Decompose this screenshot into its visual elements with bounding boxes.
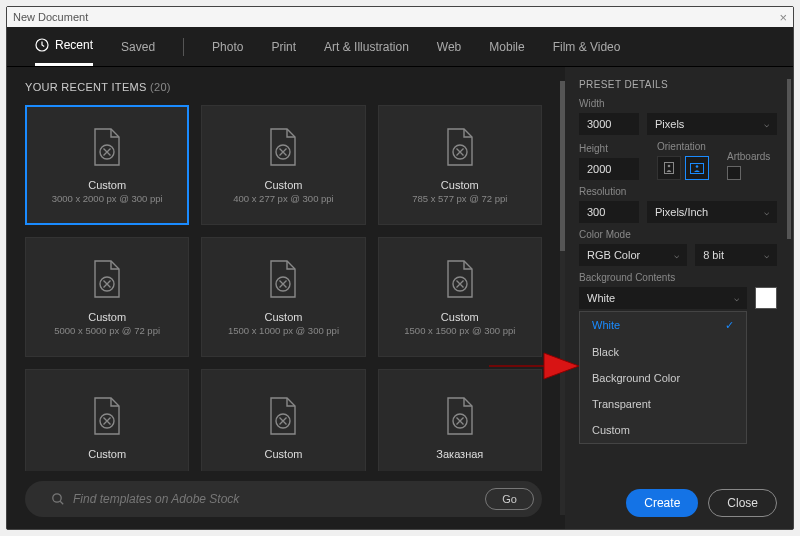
colormode-select[interactable]: RGB Color⌵ (579, 244, 687, 266)
preset-grid: Custom3000 x 2000 px @ 300 ppiCustom400 … (25, 105, 542, 471)
preset-detail: 5000 x 5000 px @ 72 ppi (54, 325, 160, 336)
bg-option-black[interactable]: Black (580, 339, 746, 365)
create-button[interactable]: Create (626, 489, 698, 517)
tab-label: Film & Video (553, 40, 621, 54)
tab-art[interactable]: Art & Illustration (324, 27, 409, 66)
preset-card[interactable]: Custom785 x 577 px @ 72 ppi (378, 105, 542, 225)
file-x-icon (266, 259, 300, 303)
bg-option-white[interactable]: White✓ (580, 312, 746, 339)
preset-detail: 1500 x 1000 px @ 300 ppi (228, 325, 339, 336)
check-icon: ✓ (725, 319, 734, 332)
file-x-icon (443, 396, 477, 440)
tab-mobile[interactable]: Mobile (489, 27, 524, 66)
preset-card[interactable]: Custom3000 x 2000 px @ 300 ppi (25, 105, 189, 225)
file-x-icon (90, 127, 124, 171)
file-x-icon (90, 396, 124, 440)
tab-label: Saved (121, 40, 155, 54)
tab-label: Mobile (489, 40, 524, 54)
preset-name: Custom (265, 311, 303, 323)
preset-name: Custom (88, 179, 126, 191)
preset-name: Custom (88, 311, 126, 323)
close-icon[interactable]: × (779, 10, 787, 25)
bg-select[interactable]: White⌵ (579, 287, 747, 309)
artboards-checkbox[interactable] (727, 166, 741, 180)
height-input[interactable] (579, 158, 639, 180)
file-x-icon (443, 259, 477, 303)
preset-name: Custom (441, 311, 479, 323)
tab-label: Photo (212, 40, 243, 54)
resolution-unit-select[interactable]: Pixels/Inch⌵ (647, 201, 777, 223)
preset-card[interactable]: Custom5000 x 5000 px @ 72 ppi (25, 237, 189, 357)
stock-search[interactable]: Find templates on Adobe Stock Go (25, 481, 542, 517)
chevron-down-icon: ⌵ (764, 250, 769, 260)
tab-label: Recent (55, 38, 93, 52)
close-button[interactable]: Close (708, 489, 777, 517)
bg-option-transparent[interactable]: Transparent (580, 391, 746, 417)
orientation-portrait[interactable] (657, 156, 681, 180)
bg-swatch[interactable] (755, 287, 777, 309)
right-scrollbar[interactable] (787, 79, 791, 239)
preset-detail: 1500 x 1500 px @ 300 ppi (404, 325, 515, 336)
preset-name: Custom (265, 179, 303, 191)
tab-recent[interactable]: Recent (35, 27, 93, 66)
resolution-input[interactable] (579, 201, 639, 223)
preset-details-title: PRESET DETAILS (579, 79, 777, 90)
tab-saved[interactable]: Saved (121, 27, 155, 66)
category-tabs: Recent Saved Photo Print Art & Illustrat… (7, 27, 793, 67)
preset-card[interactable]: Custom (25, 369, 189, 471)
recent-count: (20) (150, 81, 171, 93)
svg-point-14 (696, 165, 699, 168)
chevron-down-icon: ⌵ (734, 293, 739, 303)
file-x-icon (266, 396, 300, 440)
resolution-label: Resolution (579, 186, 777, 197)
preset-name: Custom (441, 179, 479, 191)
go-button[interactable]: Go (485, 488, 534, 510)
preset-card[interactable]: Заказная (378, 369, 542, 471)
preset-card[interactable]: Custom1500 x 1500 px @ 300 ppi (378, 237, 542, 357)
tab-film[interactable]: Film & Video (553, 27, 621, 66)
tab-web[interactable]: Web (437, 27, 461, 66)
preset-details-panel: PRESET DETAILS Width Pixels⌵ Height Orie… (565, 67, 793, 529)
bg-option-custom[interactable]: Custom (580, 417, 746, 443)
tab-photo[interactable]: Photo (212, 27, 243, 66)
preset-name: Заказная (436, 448, 483, 460)
new-document-dialog: New Document × Recent Saved Photo Print … (6, 6, 794, 530)
width-label: Width (579, 98, 777, 109)
clock-icon (35, 38, 49, 52)
recent-heading: YOUR RECENT ITEMS (20) (25, 81, 542, 93)
width-unit-select[interactable]: Pixels⌵ (647, 113, 777, 135)
titlebar: New Document × (7, 7, 793, 27)
search-icon (51, 492, 65, 506)
tab-label: Web (437, 40, 461, 54)
svg-point-10 (53, 494, 61, 502)
width-input[interactable] (579, 113, 639, 135)
preset-name: Custom (88, 448, 126, 460)
chevron-down-icon: ⌵ (764, 207, 769, 217)
dialog-footer: Create Close (579, 479, 777, 517)
search-placeholder: Find templates on Adobe Stock (73, 492, 485, 506)
chevron-down-icon: ⌵ (674, 250, 679, 260)
left-panel: YOUR RECENT ITEMS (20) Custom3000 x 2000… (7, 67, 560, 529)
file-x-icon (90, 259, 124, 303)
file-x-icon (266, 127, 300, 171)
preset-card[interactable]: Custom1500 x 1000 px @ 300 ppi (201, 237, 365, 357)
tab-label: Art & Illustration (324, 40, 409, 54)
orientation-label: Orientation (657, 141, 709, 152)
bg-dropdown: White✓ Black Background Color Transparen… (579, 311, 747, 444)
preset-detail: 785 x 577 px @ 72 ppi (412, 193, 507, 204)
tab-label: Print (271, 40, 296, 54)
bitdepth-select[interactable]: 8 bit⌵ (695, 244, 777, 266)
bg-option-bgcolor[interactable]: Background Color (580, 365, 746, 391)
tab-print[interactable]: Print (271, 27, 296, 66)
svg-point-12 (668, 165, 671, 168)
chevron-down-icon: ⌵ (764, 119, 769, 129)
preset-detail: 3000 x 2000 px @ 300 ppi (52, 193, 163, 204)
orientation-landscape[interactable] (685, 156, 709, 180)
preset-card[interactable]: Custom (201, 369, 365, 471)
height-label: Height (579, 143, 639, 154)
file-x-icon (443, 127, 477, 171)
preset-card[interactable]: Custom400 x 277 px @ 300 ppi (201, 105, 365, 225)
window-title: New Document (13, 11, 88, 23)
preset-name: Custom (265, 448, 303, 460)
divider (183, 38, 184, 56)
